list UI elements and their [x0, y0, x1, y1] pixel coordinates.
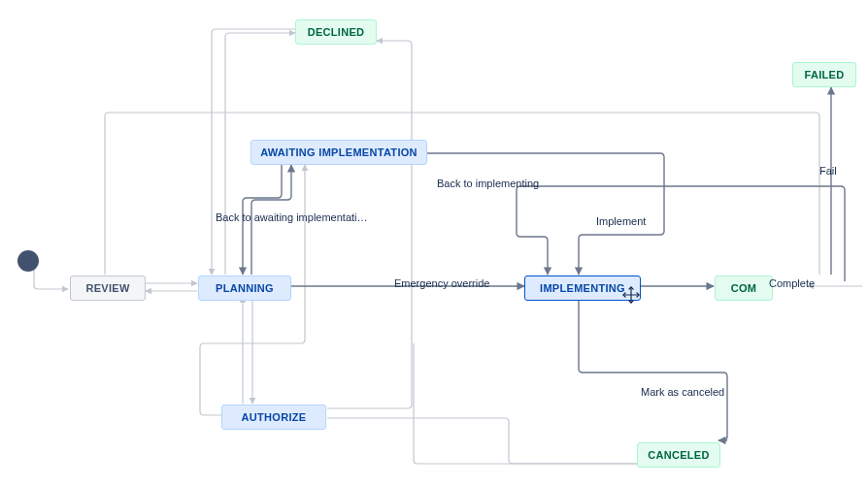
- workflow-canvas[interactable]: REVIEW PLANNING AUTHORIZE AWAITING IMPLE…: [0, 0, 868, 486]
- state-label: PLANNING: [216, 282, 274, 294]
- state-review[interactable]: REVIEW: [70, 275, 146, 301]
- transition-back-to-awaiting[interactable]: Back to awaiting implementati…: [216, 211, 368, 223]
- connector-layer: [0, 0, 868, 486]
- state-completed[interactable]: COM: [715, 275, 773, 301]
- start-node[interactable]: [17, 250, 39, 272]
- state-label: AWAITING IMPLEMENTATION: [260, 146, 417, 158]
- state-label: AUTHORIZE: [242, 411, 307, 423]
- state-implementing[interactable]: IMPLEMENTING: [524, 275, 641, 301]
- state-label: REVIEW: [85, 282, 129, 294]
- state-label: IMPLEMENTING: [540, 282, 625, 294]
- transition-implement[interactable]: Implement: [596, 215, 646, 227]
- state-label: CANCELED: [648, 449, 710, 461]
- transition-back-to-implementing[interactable]: Back to implementing: [437, 178, 539, 189]
- state-authorize[interactable]: AUTHORIZE: [221, 405, 326, 430]
- state-label: FAILED: [805, 69, 845, 81]
- state-awaiting-implementation[interactable]: AWAITING IMPLEMENTATION: [250, 140, 427, 165]
- state-canceled[interactable]: CANCELED: [637, 442, 720, 468]
- transition-complete[interactable]: Complete: [769, 277, 815, 289]
- state-label: COM: [731, 282, 757, 294]
- transition-emergency-override[interactable]: Emergency override: [394, 277, 489, 289]
- state-failed[interactable]: FAILED: [792, 62, 856, 87]
- state-declined[interactable]: DECLINED: [295, 19, 377, 45]
- state-planning[interactable]: PLANNING: [198, 275, 291, 301]
- transition-fail[interactable]: Fail: [819, 165, 837, 177]
- transition-mark-canceled[interactable]: Mark as canceled: [641, 386, 724, 398]
- state-label: DECLINED: [308, 26, 365, 38]
